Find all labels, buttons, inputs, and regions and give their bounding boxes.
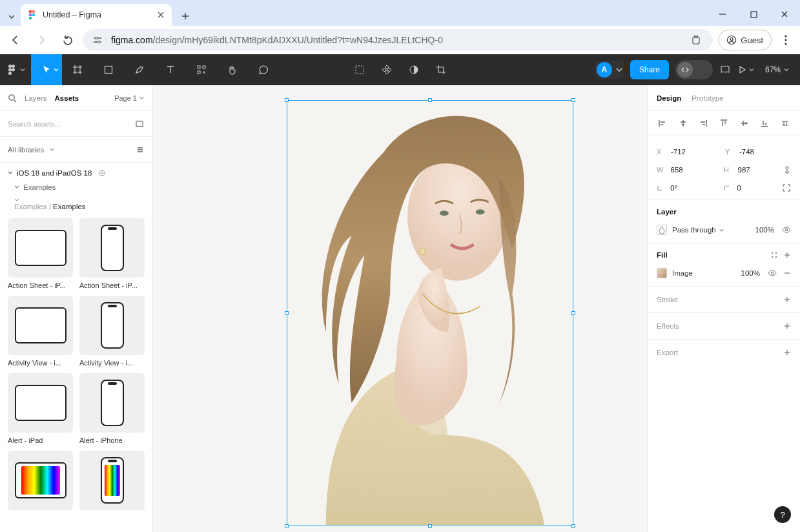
resources-button[interactable] (186, 54, 217, 85)
tab-search-button[interactable] (4, 8, 19, 26)
search-icon[interactable] (8, 94, 17, 103)
fill-type[interactable]: Image (672, 269, 693, 277)
asset-breadcrumb[interactable]: Examples / Examples (0, 194, 152, 216)
select-matching-button[interactable] (354, 64, 365, 76)
share-button[interactable]: Share (630, 60, 669, 79)
asset-item[interactable]: Action Sheet - iP... (79, 218, 145, 289)
fill-opacity-input[interactable]: 100% (741, 269, 760, 277)
profile-button[interactable]: Guest (718, 30, 772, 50)
browser-tab[interactable]: Untitled – Figma (21, 4, 172, 26)
resize-handle[interactable] (571, 311, 575, 315)
multiplayer-avatars[interactable]: A (595, 61, 624, 79)
library-selector[interactable]: All libraries (0, 137, 152, 163)
text-tool-button[interactable] (155, 54, 186, 85)
independent-corners-button[interactable] (782, 183, 791, 192)
w-input[interactable]: 658 (671, 166, 716, 174)
page-selector[interactable]: Page 1 (114, 94, 145, 102)
crop-button[interactable] (435, 64, 447, 76)
asset-item[interactable]: Alert - iPhone (79, 373, 145, 444)
minimize-button[interactable] (712, 5, 733, 23)
hand-tool-button[interactable] (217, 54, 248, 85)
fill-swatch[interactable] (657, 268, 667, 278)
asset-section[interactable]: iOS 18 and iPadOS 18 (0, 163, 152, 179)
back-button[interactable] (5, 30, 26, 50)
browser-menu-button[interactable] (777, 31, 795, 49)
list-icon[interactable] (136, 145, 145, 154)
align-row (648, 111, 800, 136)
remove-fill-button[interactable] (783, 269, 791, 277)
dev-mode-toggle[interactable] (675, 60, 713, 79)
shape-tool-button[interactable] (93, 54, 124, 85)
asset-item[interactable]: Alert - iPad (8, 373, 73, 444)
site-info-button[interactable] (90, 33, 105, 47)
pen-tool-button[interactable] (124, 54, 155, 85)
rotation-input[interactable]: 0° (670, 184, 715, 192)
omnibox[interactable]: figma.com/design/mHy69ikdLNTMt8pKdADXXU/… (83, 29, 713, 51)
svg-point-30 (440, 210, 449, 216)
tab-prototype[interactable]: Prototype (692, 94, 723, 102)
style-button[interactable] (770, 251, 778, 259)
frame-tool-button[interactable] (62, 54, 93, 85)
align-left-button[interactable] (657, 118, 668, 129)
close-window-button[interactable] (774, 5, 795, 23)
add-stroke-button[interactable] (783, 296, 791, 303)
align-vcenter-button[interactable] (739, 118, 750, 129)
align-right-button[interactable] (697, 118, 709, 129)
y-input[interactable]: -748 (739, 148, 786, 156)
add-export-button[interactable] (783, 349, 791, 356)
blend-mode-select[interactable]: Pass through (672, 226, 716, 234)
prototype-view-button[interactable] (719, 64, 731, 76)
corner-input[interactable]: 0 (737, 184, 782, 192)
plus-icon (783, 251, 791, 259)
forward-button[interactable] (31, 30, 52, 50)
browser-chrome: Untitled – Figma figma.com/design/mHy69i… (0, 0, 800, 54)
library-icon[interactable] (134, 119, 145, 129)
align-top-button[interactable] (718, 118, 730, 129)
align-hcenter-button[interactable] (677, 118, 689, 129)
maximize-button[interactable] (743, 5, 764, 23)
reload-button[interactable] (57, 30, 77, 50)
fill-visibility-button[interactable] (768, 269, 777, 278)
h-input[interactable]: 987 (738, 166, 783, 174)
resize-handle[interactable] (428, 98, 432, 102)
right-panel: Design Prototype X -712 Y -748 (647, 85, 800, 532)
breadcrumb-prefix: Examples / (14, 203, 51, 210)
x-input[interactable]: -712 (671, 148, 717, 156)
present-button[interactable] (737, 65, 755, 74)
help-button[interactable]: ? (774, 506, 791, 523)
resize-handle[interactable] (285, 524, 289, 528)
canvas[interactable] (153, 85, 647, 532)
clipboard-button[interactable] (687, 31, 705, 49)
resize-handle[interactable] (571, 98, 575, 102)
main-menu-button[interactable] (0, 54, 31, 85)
mask-button[interactable] (408, 64, 420, 76)
distribute-button[interactable] (779, 118, 791, 129)
asset-item[interactable]: Action Sheet - iP... (8, 218, 73, 289)
comment-tool-button[interactable] (248, 54, 279, 85)
tab-assets[interactable]: Assets (55, 94, 79, 102)
asset-item[interactable]: Activity View - i... (8, 296, 73, 367)
asset-item[interactable] (79, 451, 145, 514)
asset-search-input[interactable] (8, 120, 129, 128)
asset-item[interactable] (8, 451, 73, 514)
resize-handle[interactable] (285, 98, 289, 102)
align-bottom-button[interactable] (759, 118, 770, 129)
zoom-control[interactable]: 67% (761, 65, 794, 74)
resize-handle[interactable] (571, 524, 575, 528)
asset-subsection[interactable]: Examples (0, 179, 152, 194)
opacity-input[interactable]: 100% (755, 226, 774, 234)
constrain-proportions-button[interactable] (783, 165, 791, 174)
add-fill-button[interactable] (783, 251, 791, 259)
resize-handle[interactable] (285, 311, 289, 315)
selection-frame[interactable] (287, 100, 573, 526)
tab-design[interactable]: Design (657, 94, 681, 102)
move-tool-button[interactable] (31, 54, 62, 85)
add-effect-button[interactable] (783, 322, 791, 330)
asset-item[interactable]: Activity View - i... (79, 296, 145, 367)
tab-layers[interactable]: Layers (25, 94, 47, 102)
component-button[interactable] (381, 64, 393, 76)
close-icon[interactable] (156, 10, 165, 19)
new-tab-button[interactable] (176, 6, 195, 26)
visibility-button[interactable] (782, 225, 791, 234)
resize-handle[interactable] (428, 524, 432, 528)
